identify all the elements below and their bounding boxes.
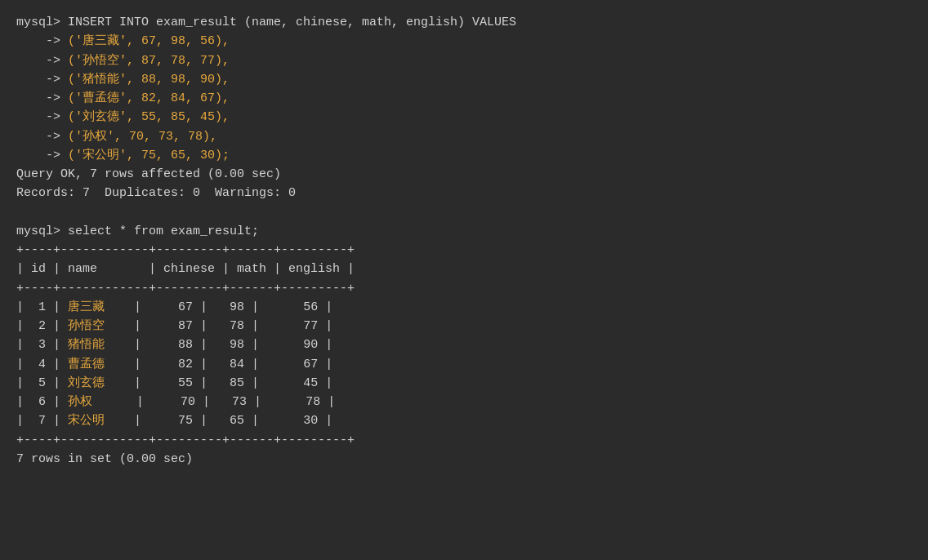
border-char: | — [318, 319, 332, 333]
border-char: | — [193, 414, 207, 428]
border-char: | — [244, 300, 259, 314]
border-char: | — [193, 376, 207, 390]
row-chinese-cell: 82 — [149, 358, 193, 371]
arrow-prompt: -> — [16, 34, 68, 48]
table-border-line: +----+------------+---------+------+----… — [16, 241, 912, 260]
continuation-text: ('孙悟空', 87, 78, 77), — [68, 54, 230, 68]
continuation-text: ('唐三藏', 67, 98, 56), — [68, 34, 230, 48]
prompt-symbol: mysql> — [16, 224, 68, 238]
border-char: | — [46, 376, 68, 390]
row-math-cell: 65 — [207, 414, 244, 428]
row-name-cell: 孙权 — [68, 395, 92, 409]
table-row: | 4 | 曹孟德 | 82 | 84 | 67 | — [16, 355, 912, 374]
border-char: | — [318, 300, 332, 314]
table-row: | 5 | 刘玄德 | 55 | 85 | 45 | — [16, 374, 912, 393]
continuation-line: -> ('刘玄德', 55, 85, 45), — [16, 108, 912, 127]
row-english-cell: 56 — [259, 300, 318, 314]
border-char: | — [318, 358, 332, 371]
row-id-cell: 6 — [31, 395, 46, 409]
row-english-cell: 30 — [259, 414, 318, 428]
border-char: | — [46, 300, 68, 314]
table-header-line: | id | name | chinese | math | english | — [16, 260, 912, 278]
border-char: | — [244, 414, 259, 428]
row-chinese-cell: 75 — [149, 414, 193, 428]
border-text: +----+------------+---------+------+----… — [16, 243, 355, 257]
continuation-text: ('刘玄德', 55, 85, 45), — [68, 110, 230, 124]
continuation-text: ('曹孟德', 82, 84, 67), — [68, 91, 230, 105]
table-row: | 6 | 孙权 | 70 | 73 | 78 | — [16, 393, 912, 411]
border-char: | — [195, 395, 210, 409]
arrow-prompt: -> — [16, 54, 68, 68]
border-char: | — [244, 338, 259, 352]
border-char: | — [46, 338, 68, 352]
row-math-cell: 98 — [207, 338, 244, 352]
border-char: | — [46, 319, 68, 333]
row-math-cell: 84 — [207, 358, 244, 371]
border-char: | — [244, 376, 259, 390]
arrow-prompt: -> — [16, 110, 68, 124]
command-text: INSERT INTO exam_result (name, chinese, … — [68, 16, 516, 29]
border-char: | — [318, 376, 332, 390]
border-char: | — [318, 338, 332, 352]
border-char: | — [247, 395, 261, 409]
continuation-line: -> ('宋公明', 75, 65, 30); — [16, 146, 912, 165]
border-char: | — [193, 319, 207, 333]
continuation-text: ('猪悟能', 88, 98, 90), — [68, 73, 230, 87]
border-char: | — [105, 376, 149, 390]
row-id-cell: 1 — [31, 300, 46, 314]
row-chinese-cell: 88 — [149, 338, 193, 352]
row-name-cell: 宋公明 — [68, 414, 105, 428]
row-math-cell: 85 — [207, 376, 244, 390]
table-border-line: +----+------------+---------+------+----… — [16, 431, 912, 450]
row-name-cell: 孙悟空 — [68, 319, 105, 333]
row-id-cell: 4 — [31, 358, 46, 371]
arrow-prompt: -> — [16, 149, 68, 162]
border-char: | — [193, 358, 207, 371]
border-char: | — [16, 319, 31, 333]
row-chinese-cell: 70 — [151, 395, 195, 409]
header-text: | id | name | chinese | math | english | — [16, 262, 355, 276]
row-name-cell: 唐三藏 — [68, 300, 105, 314]
row-english-cell: 45 — [259, 376, 318, 390]
row-name-cell: 猪悟能 — [68, 338, 105, 352]
row-english-cell: 77 — [259, 319, 318, 333]
row-chinese-cell: 87 — [149, 319, 193, 333]
border-char: | — [16, 338, 31, 352]
border-char: | — [193, 338, 207, 352]
row-chinese-cell: 55 — [149, 376, 193, 390]
row-english-cell: 90 — [259, 338, 318, 352]
border-char: | — [46, 414, 68, 428]
table-row: | 7 | 宋公明 | 75 | 65 | 30 | — [16, 411, 912, 430]
border-char: | — [318, 414, 332, 428]
continuation-line: -> ('孙权', 70, 73, 78), — [16, 127, 912, 146]
table-row: | 2 | 孙悟空 | 87 | 78 | 77 | — [16, 317, 912, 336]
row-math-cell: 78 — [207, 319, 244, 333]
row-id-cell: 7 — [31, 414, 46, 428]
row-id-cell: 3 — [31, 338, 46, 352]
border-char: | — [105, 319, 149, 333]
continuation-line: -> ('猪悟能', 88, 98, 90), — [16, 70, 912, 89]
border-char: | — [16, 376, 31, 390]
border-text: +----+------------+---------+------+----… — [16, 282, 355, 296]
row-english-cell: 78 — [261, 395, 320, 409]
border-char: | — [46, 358, 68, 371]
border-char: | — [16, 358, 31, 371]
row-id-cell: 2 — [31, 319, 46, 333]
row-math-cell: 73 — [210, 395, 247, 409]
table-row: | 1 | 唐三藏 | 67 | 98 | 56 | — [16, 298, 912, 317]
border-char: | — [46, 395, 68, 409]
row-english-cell: 67 — [259, 358, 318, 371]
continuation-text: ('宋公明', 75, 65, 30); — [68, 149, 230, 162]
info-line: 7 rows in set (0.00 sec) — [16, 450, 912, 469]
info-line: Records: 7 Duplicates: 0 Warnings: 0 — [16, 184, 912, 202]
prompt-line: mysql> INSERT INTO exam_result (name, ch… — [16, 13, 912, 32]
table-row: | 3 | 猪悟能 | 88 | 98 | 90 | — [16, 336, 912, 354]
prompt-symbol: mysql> — [16, 16, 68, 29]
continuation-line: -> ('曹孟德', 82, 84, 67), — [16, 89, 912, 108]
border-char: | — [16, 395, 31, 409]
border-char: | — [16, 414, 31, 428]
info-line: Query OK, 7 rows affected (0.00 sec) — [16, 165, 912, 184]
border-char: | — [105, 338, 149, 352]
continuation-line: -> ('孙悟空', 87, 78, 77), — [16, 51, 912, 70]
row-name-cell: 刘玄德 — [68, 376, 105, 390]
